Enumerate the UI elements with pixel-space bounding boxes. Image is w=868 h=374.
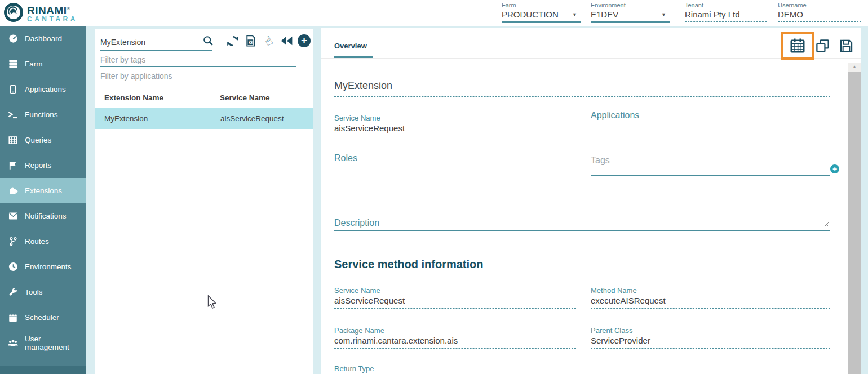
username-value: DEMO: [778, 10, 803, 19]
farm-select[interactable]: Farm PRODUCTION ▼: [502, 2, 581, 23]
search-icon[interactable]: [202, 35, 214, 49]
active-tab-indicator: [334, 56, 373, 58]
rewind-icon[interactable]: [280, 34, 294, 48]
sidebar-item-applications[interactable]: Applications: [0, 77, 86, 102]
environments-icon: [7, 261, 19, 273]
sidebar-item-tools[interactable]: Tools: [0, 279, 86, 305]
farm-value: PRODUCTION: [502, 10, 559, 19]
username-label: Username: [778, 2, 861, 8]
sidebar-item-user-management[interactable]: User management: [0, 330, 86, 355]
column-header-service-name[interactable]: Service Name: [220, 94, 270, 102]
cell-extension-name: MyExtension: [104, 114, 148, 123]
sidebar-item-notifications[interactable]: Notifications: [0, 203, 86, 229]
roles-label: Roles: [334, 153, 576, 163]
extension-name-field[interactable]: MyExtension: [334, 80, 830, 97]
username-field[interactable]: Username DEMO: [778, 2, 861, 22]
dashboard-icon: [7, 33, 19, 44]
add-tag-icon[interactable]: +: [830, 164, 839, 173]
tenant-value: Rinami Pty Ltd: [685, 10, 740, 19]
user-management-icon: [7, 337, 19, 349]
tab-bar: Overview: [321, 28, 861, 59]
tools-icon: [7, 287, 19, 298]
method-service-name-value: aisServiceRequest: [334, 296, 576, 308]
applications-label: Applications: [591, 110, 830, 121]
sidebar-item-functions[interactable]: Functions: [0, 102, 86, 127]
hand-pointer-icon[interactable]: ☝: [262, 34, 276, 48]
parent-class-field[interactable]: Parent Class ServiceProvider: [591, 326, 830, 349]
filter-by-tags-input[interactable]: [100, 52, 296, 67]
method-name-label: Method Name: [591, 286, 830, 295]
sidebar-item-extensions[interactable]: Extensions: [0, 178, 86, 203]
description-label: Description: [334, 218, 830, 228]
parent-class-label: Parent Class: [591, 326, 830, 335]
sidebar-item-scheduler[interactable]: Scheduler: [0, 305, 86, 330]
rinami-logo-icon: [3, 2, 24, 25]
scheduler-icon: [7, 312, 19, 323]
tags-field[interactable]: Tags: [591, 155, 830, 176]
description-textarea[interactable]: Description: [334, 218, 830, 231]
scroll-up-arrow-icon[interactable]: ▲: [848, 64, 861, 69]
return-type-field[interactable]: Return Type: [334, 364, 576, 374]
extension-search-input[interactable]: [100, 38, 202, 47]
filter-by-applications-input[interactable]: [100, 69, 296, 83]
tags-value: [591, 172, 830, 175]
svg-text:x: x: [249, 40, 252, 45]
sidebar-nav: Dashboard Farm Applications Functions Qu…: [0, 26, 86, 374]
scrollbar-thumb[interactable]: [848, 72, 861, 374]
applications-value: [591, 133, 830, 136]
sidebar-item-routes[interactable]: Routes: [0, 229, 86, 254]
sidebar-item-farm[interactable]: Farm: [0, 51, 86, 77]
extension-detail-panel: Overview MyExtension Service Name aisSer…: [321, 28, 861, 374]
package-name-field[interactable]: Package Name com.rinami.cantara.extensio…: [334, 326, 576, 349]
column-header-extension-name[interactable]: Extension Name: [104, 94, 163, 102]
tenant-label: Tenant: [685, 2, 767, 8]
method-service-name-field[interactable]: Service Name aisServiceRequest: [334, 286, 576, 309]
sidebar-footer-bar: [0, 366, 86, 374]
sidebar-item-queries[interactable]: Queries: [0, 127, 86, 153]
calendar-icon[interactable]: [789, 37, 806, 56]
extensions-list-panel: x ☝ + Extension Name Service Name MyExte…: [95, 29, 313, 374]
roles-value: [334, 178, 576, 181]
reports-icon: [7, 160, 19, 171]
vertical-scrollbar: ▲: [848, 63, 861, 374]
parent-class-value: ServiceProvider: [591, 336, 830, 348]
method-service-name-label: Service Name: [334, 286, 576, 295]
sidebar-item-environments[interactable]: Environments: [0, 254, 86, 279]
table-row[interactable]: MyExtension aisServiceRequest: [95, 108, 313, 129]
copy-icon[interactable]: [815, 38, 830, 56]
logo-name: RINAMI®: [27, 4, 78, 15]
package-name-value: com.rinami.cantara.extension.ais: [334, 336, 576, 348]
chevron-down-icon: ▼: [661, 12, 666, 17]
add-icon[interactable]: +: [298, 34, 311, 47]
environment-select[interactable]: Environment E1DEV ▼: [591, 2, 670, 23]
logo-subname: CANTARA: [27, 16, 78, 23]
app-logo[interactable]: RINAMI® CANTARA: [3, 2, 78, 25]
environment-label: Environment: [591, 2, 670, 8]
farm-label: Farm: [502, 2, 581, 8]
environment-value: E1DEV: [591, 10, 618, 19]
functions-icon: [7, 109, 19, 121]
farm-icon: [7, 59, 19, 70]
return-type-label: Return Type: [334, 364, 576, 373]
list-toolbar: x ☝ +: [225, 34, 311, 48]
save-icon[interactable]: [839, 38, 854, 56]
package-name-label: Package Name: [334, 326, 576, 335]
tags-label: Tags: [591, 155, 830, 166]
applications-field[interactable]: Applications: [591, 110, 830, 136]
method-name-field[interactable]: Method Name executeAISRequest: [591, 286, 830, 309]
roles-field[interactable]: Roles: [334, 153, 576, 181]
resize-handle-icon[interactable]: [824, 219, 830, 229]
sidebar-item-dashboard[interactable]: Dashboard: [0, 26, 86, 51]
tab-overview[interactable]: Overview: [334, 42, 367, 50]
service-name-value: aisServiceRequest: [334, 123, 576, 136]
extensions-icon: [7, 185, 19, 197]
service-name-field[interactable]: Service Name aisServiceRequest: [334, 114, 576, 136]
service-method-information-title: Service method information: [334, 258, 484, 271]
tenant-field[interactable]: Tenant Rinami Pty Ltd: [685, 2, 767, 22]
queries-icon: [7, 135, 19, 146]
sidebar-item-reports[interactable]: Reports: [0, 153, 86, 178]
excel-export-icon[interactable]: x: [243, 34, 258, 48]
service-name-label: Service Name: [334, 114, 576, 122]
top-header: RINAMI® CANTARA Farm PRODUCTION ▼ Enviro…: [0, 0, 868, 26]
refresh-icon[interactable]: [225, 34, 240, 48]
